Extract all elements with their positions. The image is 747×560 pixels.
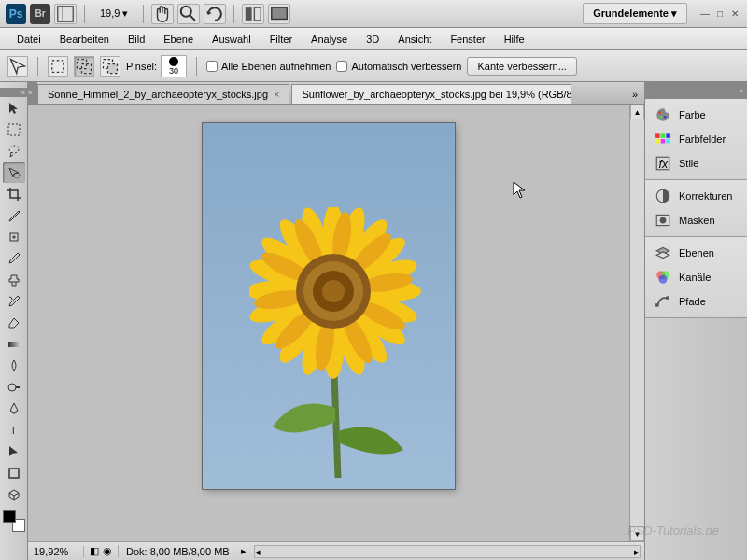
svg-rect-5 [255,7,261,21]
maximize-button[interactable]: □ [713,7,726,21]
menu-analyse[interactable]: Analyse [302,30,357,49]
svg-rect-18 [8,342,20,347]
menu-3d[interactable]: 3D [357,30,388,49]
screen-mode-dropdown[interactable] [268,4,290,24]
svg-text:fx: fx [659,158,669,171]
zoom-tool-icon[interactable] [177,4,200,24]
options-bar: Pinsel: 30 Alle Ebenen aufnehmen Automat… [0,50,747,82]
status-zoom[interactable]: 19,92% [28,546,84,557]
svg-rect-0 [58,6,74,21]
svg-rect-63 [655,139,660,144]
brush-preset-picker[interactable]: 30 [161,55,187,77]
eraser-tool[interactable] [3,313,25,333]
workspace-switcher[interactable]: Grundelemente ▾ [583,3,687,24]
vertical-scrollbar[interactable]: ▲ ▼ [629,105,644,541]
layout-dropdown[interactable] [54,4,77,24]
crop-tool[interactable] [3,184,25,204]
svg-rect-64 [661,139,666,144]
svg-line-3 [190,15,196,21]
panel-kanaele[interactable]: Kanäle [645,265,747,289]
menu-datei[interactable]: Datei [7,30,50,49]
menu-filter[interactable]: Filter [261,30,302,49]
document-tab[interactable]: Sonne_Himmel_2_by_archaeopteryx_stocks.j… [37,84,289,104]
menu-fenster[interactable]: Fenster [441,30,494,49]
menu-auswahl[interactable]: Auswahl [203,30,261,49]
menu-bar: Datei Bearbeiten Bild Ebene Auswahl Filt… [0,28,747,50]
panel-pfade[interactable]: Pfade [645,289,747,314]
lasso-tool[interactable] [3,141,25,161]
brush-tool[interactable] [3,248,25,269]
svg-point-2 [181,6,191,16]
svg-rect-65 [666,139,670,144]
panel-stile[interactable]: fx Stile [645,151,747,175]
marquee-tool[interactable] [3,119,25,140]
dodge-tool[interactable] [3,377,25,398]
clone-stamp-tool[interactable] [3,270,25,290]
arrange-dropdown[interactable] [242,4,264,24]
shape-tool[interactable] [3,463,25,483]
tab-close-icon[interactable]: × [274,89,279,100]
current-tool-preset[interactable] [7,56,28,77]
menu-hilfe[interactable]: Hilfe [495,30,534,49]
status-icon[interactable]: ◉ [103,545,112,557]
svg-point-13 [9,146,19,153]
panel-farbfelder[interactable]: Farbfelder [645,127,747,151]
menu-bearbeiten[interactable]: Bearbeiten [50,30,119,49]
layers-icon [655,245,671,260]
svg-point-56 [322,280,345,302]
masks-icon [655,213,671,228]
horizontal-scrollbar[interactable]: ◂▸ [254,545,641,558]
close-button[interactable]: ✕ [728,7,741,21]
sample-all-layers-checkbox[interactable]: Alle Ebenen aufnehmen [206,61,331,72]
eyedropper-tool[interactable] [3,205,25,226]
type-tool[interactable]: T [3,420,25,441]
brush-label: Pinsel: [126,61,157,72]
menu-bild[interactable]: Bild [119,30,154,49]
bridge-logo[interactable]: Br [30,4,50,24]
gradient-tool[interactable] [3,334,25,355]
tab-overflow-button[interactable]: » [626,85,644,104]
adjustments-icon [655,189,671,203]
svg-rect-6 [272,7,288,19]
photoshop-logo[interactable]: Ps [6,4,26,24]
quick-selection-tool[interactable] [3,162,25,183]
panel-farbe[interactable]: Farbe [645,103,747,127]
palette-icon [655,107,671,122]
color-swatches[interactable] [3,510,25,532]
path-selection-tool[interactable] [3,441,25,462]
auto-enhance-checkbox[interactable]: Automatisch verbessern [336,61,461,72]
add-selection-mode[interactable] [74,56,94,77]
panel-korrekturen[interactable]: Korrekturen [645,184,747,208]
refine-edge-button[interactable]: Kante verbessern... [467,57,576,76]
menu-ebene[interactable]: Ebene [154,30,203,49]
status-bar: 19,92% ◧ ◉ Dok: 8,00 MB/8,00 MB ▸ ◂▸ [28,541,644,560]
minimize-button[interactable]: — [698,7,712,21]
svg-rect-22 [9,469,19,478]
right-panel-dock: « Farbe Farbfelder fx Stile Korrekturen [644,82,747,560]
pen-tool[interactable] [3,399,25,419]
hand-tool-icon[interactable] [151,4,174,24]
status-doc-info[interactable]: Dok: 8,00 MB/8,00 MB [119,546,237,557]
status-icon[interactable]: ◧ [90,545,99,557]
svg-rect-62 [666,133,670,138]
panel-ebenen[interactable]: Ebenen [645,241,747,265]
blur-tool[interactable] [3,356,25,376]
move-tool[interactable] [3,98,25,119]
canvas-viewport[interactable] [28,105,629,541]
app-topbar: Ps Br 19,9 ▾ Grundelemente ▾ — □ ✕ [0,0,747,28]
menu-ansicht[interactable]: Ansicht [388,30,441,49]
svg-rect-60 [655,133,660,138]
document-tab[interactable]: Sunflower_by_archaeopteryx_stocks.jpg be… [291,84,571,104]
zoom-display[interactable]: 19,9 ▾ [92,6,135,21]
3d-tool[interactable] [3,484,25,505]
document-image[interactable] [203,123,455,489]
subtract-selection-mode[interactable] [100,56,120,77]
rotate-view-icon[interactable] [204,4,226,24]
history-brush-tool[interactable] [3,291,25,312]
svg-point-70 [660,217,667,224]
panel-masken[interactable]: Masken [645,208,747,232]
svg-rect-11 [108,63,118,73]
healing-brush-tool[interactable] [3,227,25,247]
watermark: PSD-Tutorials.de [627,524,719,538]
new-selection-mode[interactable] [48,56,68,77]
